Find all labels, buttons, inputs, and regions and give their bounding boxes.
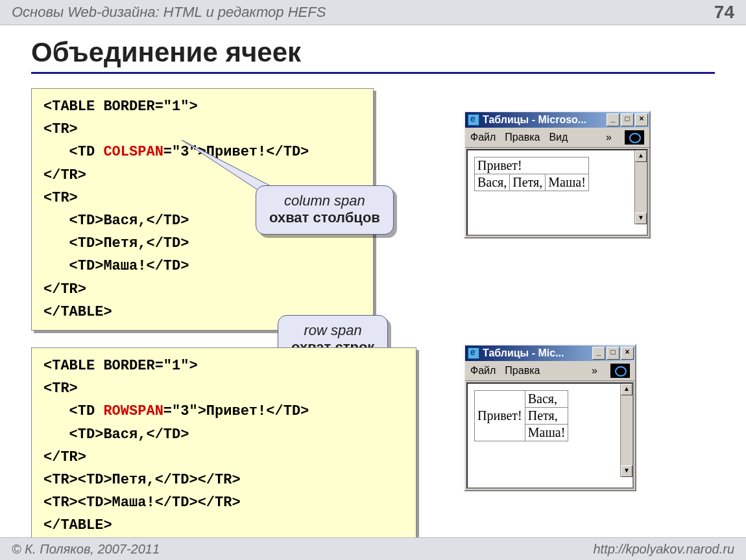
menu-chevron[interactable]: » [606,132,612,143]
callout2-line1: row span [291,322,374,339]
header-title: Основы Web-дизайна: HTML и редактор HEFS [12,4,326,21]
browser1-menu: Файл Правка Вид » [465,128,649,148]
cell-petya: Петя, [510,174,546,191]
minimize-button[interactable]: _ [607,113,620,126]
browser2-titlebar[interactable]: Таблицы - Mic... _ □ × [465,345,635,361]
scroll-up-icon[interactable]: ▲ [621,384,632,395]
content-area: <TABLE BORDER="1"> <TR> <TD COLSPAN="3">… [0,88,746,555]
callout-colspan: column span охват столбцов [256,185,394,235]
colspan-keyword: COLSPAN [103,144,163,160]
footer-url: http://kpolyakov.narod.ru [593,542,734,557]
code-box-rowspan: <TABLE BORDER="1"> <TR> <TD ROWSPAN="3">… [31,347,416,544]
browser-window-1: Таблицы - Microso... _ □ × Файл Правка В… [464,111,651,239]
callout-line2: охват столбцов [269,209,380,226]
scrollbar[interactable]: ▲ ▼ [620,384,632,477]
cell-vasya: Вася, [525,391,568,408]
copyright: © К. Поляков, 2007-2011 [12,542,160,557]
cell-privet: Привет! [475,391,525,441]
cell-vasya: Вася, [475,174,510,191]
menu-view[interactable]: Вид [549,132,568,143]
close-button[interactable]: × [621,347,634,360]
cell-masha: Маша! [525,425,568,441]
footer-bar: © К. Поляков, 2007-2011 http://kpolyakov… [0,537,746,560]
scroll-down-icon[interactable]: ▼ [635,213,647,224]
scrollbar[interactable]: ▲ ▼ [634,150,647,224]
rowspan-keyword: ROWSPAN [103,403,163,419]
scroll-up-icon[interactable]: ▲ [635,150,647,162]
callout-line1: column span [269,192,380,209]
scroll-down-icon[interactable]: ▼ [621,465,632,477]
ie-icon [468,114,479,126]
close-button[interactable]: × [635,113,648,126]
browser2-body: Привет! Вася, Петя, Маша! ▲ ▼ [466,382,634,489]
browser1-titlebar[interactable]: Таблицы - Microso... _ □ × [465,112,649,128]
browser2-menu: Файл Правка » [465,361,635,381]
maximize-button[interactable]: □ [621,113,634,126]
minimize-button[interactable]: _ [592,347,605,360]
menu-file[interactable]: Файл [470,132,496,143]
slide-title: Объединение ячеек [31,37,746,68]
menu-edit[interactable]: Правка [505,365,540,377]
demo-table-colspan: Привет! Вася, Петя, Маша! [474,157,589,191]
demo-table-rowspan: Привет! Вася, Петя, Маша! [474,390,568,441]
ie-icon [468,347,479,359]
browser1-body: Привет! Вася, Петя, Маша! ▲ ▼ [466,149,648,236]
maximize-button[interactable]: □ [607,347,620,360]
cell-petya: Петя, [525,408,568,425]
ie-logo-icon [625,130,644,145]
ie-logo-icon [610,364,630,378]
cell-privet: Привет! [475,158,589,174]
browser-window-2: Таблицы - Mic... _ □ × Файл Правка » При… [464,344,636,491]
browser1-title: Таблицы - Microso... [483,114,607,126]
cell-masha: Маша! [546,174,589,191]
browser2-title: Таблицы - Mic... [483,347,592,359]
page-number: 74 [714,2,734,23]
menu-chevron[interactable]: » [592,365,597,377]
title-underline [31,72,715,74]
menu-edit[interactable]: Правка [505,132,540,143]
menu-file[interactable]: Файл [470,365,496,377]
header-bar: Основы Web-дизайна: HTML и редактор HEFS… [0,0,746,25]
